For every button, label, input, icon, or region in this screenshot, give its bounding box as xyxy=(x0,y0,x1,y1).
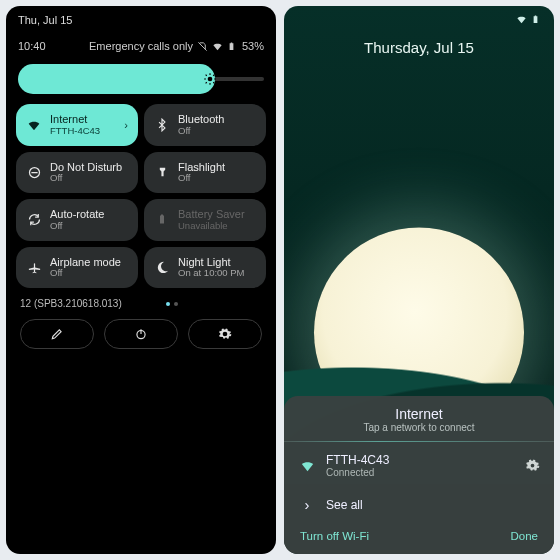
tile-sub: Unavailable xyxy=(178,221,245,232)
settings-button[interactable] xyxy=(188,319,262,349)
wifi-icon xyxy=(298,457,316,474)
tile-sub: Off xyxy=(50,173,122,184)
sheet-title: Internet xyxy=(284,406,554,422)
tile-battery-saver[interactable]: Battery Saver Unavailable xyxy=(144,199,266,241)
emergency-label: Emergency calls only xyxy=(89,40,193,52)
pencil-icon xyxy=(50,327,64,341)
tile-night-light[interactable]: Night Light On at 10:00 PM xyxy=(144,247,266,289)
tile-label: Battery Saver xyxy=(178,208,245,221)
power-button[interactable] xyxy=(104,319,178,349)
brightness-slider[interactable] xyxy=(18,64,264,94)
done-button[interactable]: Done xyxy=(511,530,539,542)
network-row[interactable]: FTTH-4C43 Connected xyxy=(284,444,554,487)
tile-bluetooth[interactable]: Bluetooth Off xyxy=(144,104,266,146)
wifi-status-icon xyxy=(516,14,527,25)
tile-sub: Off xyxy=(50,268,121,279)
qs-tile-grid: Internet FTTH-4C43 › Bluetooth Off Do No… xyxy=(6,104,276,288)
tile-airplane[interactable]: Airplane mode Off xyxy=(16,247,138,289)
svg-line-6 xyxy=(213,82,214,83)
bluetooth-icon xyxy=(154,117,170,133)
svg-line-5 xyxy=(206,75,207,76)
battery-status-icon xyxy=(531,14,542,25)
see-all-label: See all xyxy=(326,498,540,512)
date-label: Thu, Jul 15 xyxy=(18,14,72,26)
sheet-subtitle: Tap a network to connect xyxy=(284,422,554,433)
network-settings-button[interactable] xyxy=(525,458,540,473)
see-all-row[interactable]: › See all xyxy=(284,487,554,522)
tile-label: Auto-rotate xyxy=(50,208,104,221)
lock-screen: Thursday, Jul 15 Internet Tap a network … xyxy=(284,6,554,554)
quick-settings-screen: Thu, Jul 15 10:40 Emergency calls only 5… xyxy=(6,6,276,554)
lock-status-bar xyxy=(284,6,554,33)
tile-dnd[interactable]: Do Not Disturb Off xyxy=(16,152,138,194)
sheet-divider xyxy=(284,441,554,442)
wallpaper: Internet Tap a network to connect FTTH-4… xyxy=(284,56,554,554)
internet-sheet: Internet Tap a network to connect FTTH-4… xyxy=(284,396,554,554)
gear-icon xyxy=(218,327,232,341)
night-light-icon xyxy=(154,259,170,275)
wifi-icon xyxy=(26,117,42,133)
tile-auto-rotate[interactable]: Auto-rotate Off xyxy=(16,199,138,241)
page-indicator[interactable] xyxy=(166,302,178,306)
build-number: 12 (SPB3.210618.013) xyxy=(20,298,122,309)
qs-footer-buttons xyxy=(6,313,276,361)
wifi-status-icon xyxy=(212,41,223,52)
svg-line-7 xyxy=(206,82,207,83)
build-row: 12 (SPB3.210618.013) xyxy=(6,288,276,313)
tile-label: Internet xyxy=(50,113,100,126)
tile-sub: On at 10:00 PM xyxy=(178,268,245,279)
edit-button[interactable] xyxy=(20,319,94,349)
svg-point-0 xyxy=(208,77,213,82)
tile-sub: Off xyxy=(178,126,224,137)
clock: 10:40 xyxy=(18,40,46,52)
battery-pct: 53% xyxy=(242,40,264,52)
power-icon xyxy=(134,327,148,341)
tile-sub: Off xyxy=(50,221,104,232)
battery-status-icon xyxy=(227,41,238,52)
airplane-icon xyxy=(26,259,42,275)
tile-internet[interactable]: Internet FTTH-4C43 › xyxy=(16,104,138,146)
tile-sub: FTTH-4C43 xyxy=(50,126,100,137)
tile-label: Bluetooth xyxy=(178,113,224,126)
status-bar: 10:40 Emergency calls only 53% xyxy=(6,30,276,58)
brightness-icon xyxy=(203,72,217,86)
svg-line-8 xyxy=(213,75,214,76)
battery-saver-icon xyxy=(154,212,170,228)
dnd-icon xyxy=(26,164,42,180)
gear-icon xyxy=(525,458,540,473)
network-ssid: FTTH-4C43 xyxy=(326,453,515,467)
no-sim-icon xyxy=(197,41,208,52)
turn-off-wifi-button[interactable]: Turn off Wi-Fi xyxy=(300,530,369,542)
tile-sub: Off xyxy=(178,173,225,184)
auto-rotate-icon xyxy=(26,212,42,228)
notification-date-bar: Thu, Jul 15 xyxy=(6,6,276,30)
tile-flashlight[interactable]: Flashlight Off xyxy=(144,152,266,194)
lock-date: Thursday, Jul 15 xyxy=(284,39,554,56)
chevron-right-icon: › xyxy=(298,496,316,513)
chevron-right-icon: › xyxy=(124,119,128,131)
network-status: Connected xyxy=(326,467,515,478)
flashlight-icon xyxy=(154,164,170,180)
